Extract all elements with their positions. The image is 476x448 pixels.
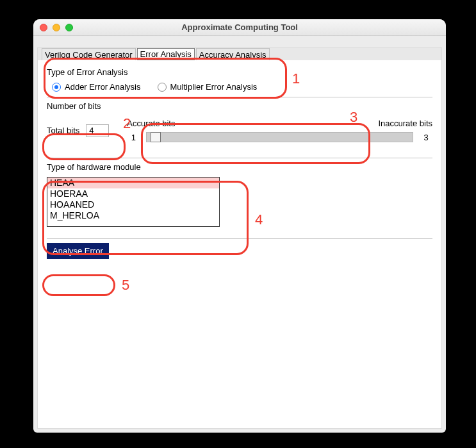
radio-icon [52,83,61,92]
zoom-icon[interactable] [65,24,73,31]
separator [47,158,432,158]
type-heading: Type of Error Analysis [47,67,432,77]
module-heading: Type of hardware module [47,162,432,172]
total-bits-input[interactable] [86,124,109,137]
bits-row: Total bits Accurate bits Inaccurate bits… [47,119,432,142]
list-item[interactable]: HEAA [47,178,219,188]
window-title: Approximate Computing Tool [38,22,441,32]
tab-verilog-generator[interactable]: Verilog Code Generator [42,48,136,60]
list-item[interactable]: HOERAA [47,188,219,199]
analyse-error-button[interactable]: Analyse Error [47,243,109,259]
inaccurate-bits-label: Inaccurate bits [378,119,432,128]
window-controls [40,24,73,31]
close-icon[interactable] [40,24,47,31]
tab-label: Accuracy Analysis [199,50,267,60]
radio-adder[interactable]: Adder Error Analysis [52,82,141,92]
separator [47,238,432,239]
slider-knob-icon[interactable] [151,132,161,142]
list-item[interactable]: M_HERLOA [47,210,219,221]
radio-icon [158,83,167,92]
total-bits-label: Total bits [47,126,79,135]
bits-slider[interactable] [146,132,413,142]
accurate-bits-label: Accurate bits [127,119,175,128]
radio-label: Adder Error Analysis [65,82,141,92]
radio-label: Multiplier Error Analysis [170,82,258,92]
list-item[interactable]: HOAANED [47,199,219,210]
tab-label: Verilog Code Generator [45,50,133,60]
bits-heading: Number of bits [47,101,432,111]
accurate-bits-value: 1 [127,133,140,142]
module-listbox[interactable]: HEAA HOERAA HOAANED M_HERLOA [47,177,220,227]
tab-accuracy-analysis[interactable]: Accuracy Analysis [196,48,270,60]
radio-multiplier[interactable]: Multiplier Error Analysis [158,82,258,92]
titlebar: Approximate Computing Tool [33,19,446,36]
accuracy-split: Accurate bits Inaccurate bits 1 3 [127,119,432,142]
app-window: Approximate Computing Tool Verilog Code … [33,19,446,433]
inaccurate-bits-value: 3 [420,133,432,142]
content-area: Verilog Code Generator Error Analysis Ac… [37,47,442,429]
minimize-icon[interactable] [53,24,60,31]
tab-error-analysis[interactable]: Error Analysis [137,48,195,60]
analysis-type-group: Adder Error Analysis Multiplier Error An… [47,82,432,92]
error-analysis-pane: Type of Error Analysis Adder Error Analy… [38,61,441,265]
separator [47,97,432,97]
tab-bar: Verilog Code Generator Error Analysis Ac… [38,48,441,61]
tab-label: Error Analysis [140,49,192,59]
